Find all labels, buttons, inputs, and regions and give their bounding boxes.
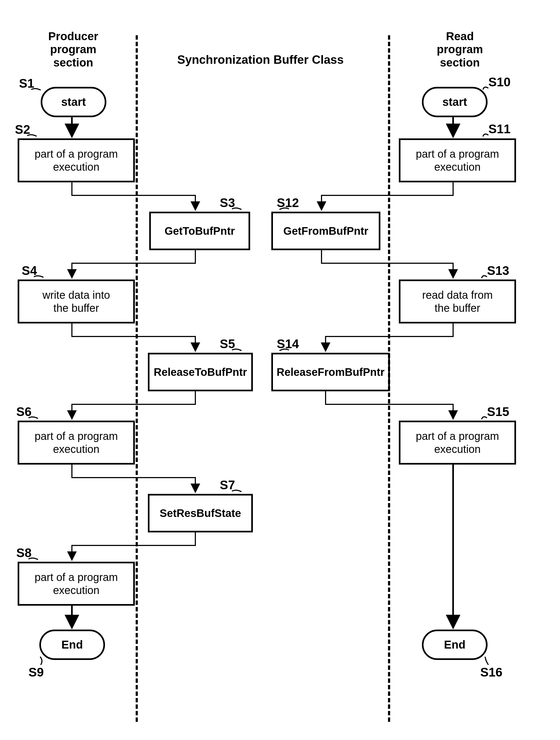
flowchart-canvas: Producer program section Synchronization… xyxy=(0,0,560,740)
process-s5: ReleaseToBufPntr xyxy=(148,353,253,391)
process-s3: GetToBufPntr xyxy=(149,212,250,250)
terminator-end-left: End xyxy=(39,630,105,660)
process-s15: part of a program execution xyxy=(399,421,516,465)
process-s4: write data into the buffer xyxy=(18,279,135,323)
label-s8: S8 xyxy=(16,545,31,560)
label-s3: S3 xyxy=(220,195,235,210)
label-s4: S4 xyxy=(22,263,37,278)
terminator-start-right: start xyxy=(422,87,487,117)
terminator-start-left: start xyxy=(41,87,106,117)
label-s15: S15 xyxy=(487,404,509,419)
label-s6: S6 xyxy=(16,404,31,419)
terminator-end-right: End xyxy=(422,630,487,660)
process-s11: part of a program execution xyxy=(399,138,516,182)
process-s2: part of a program execution xyxy=(18,138,135,182)
label-s10: S10 xyxy=(488,75,510,89)
label-s9: S9 xyxy=(28,665,44,679)
process-s7: SetResBufState xyxy=(148,494,253,532)
header-middle: Synchronization Buffer Class xyxy=(174,53,347,67)
label-s2: S2 xyxy=(15,122,30,137)
process-s13: read data from the buffer xyxy=(399,279,516,323)
header-producer: Producer program section xyxy=(35,30,111,69)
label-s7: S7 xyxy=(220,478,235,492)
label-s5: S5 xyxy=(220,337,235,351)
process-s6: part of a program execution xyxy=(18,421,135,465)
header-reader: Read program section xyxy=(422,30,498,69)
process-s12: GetFromBufPntr xyxy=(271,212,380,250)
label-s12: S12 xyxy=(277,195,299,210)
process-s8: part of a program execution xyxy=(18,562,135,606)
label-s14: S14 xyxy=(277,337,299,351)
divider-left xyxy=(136,35,138,722)
label-s16: S16 xyxy=(480,665,502,679)
label-s1: S1 xyxy=(19,76,34,91)
label-s13: S13 xyxy=(487,263,509,278)
label-s11: S11 xyxy=(488,121,510,136)
process-s14: ReleaseFromBufPntr xyxy=(271,353,390,391)
